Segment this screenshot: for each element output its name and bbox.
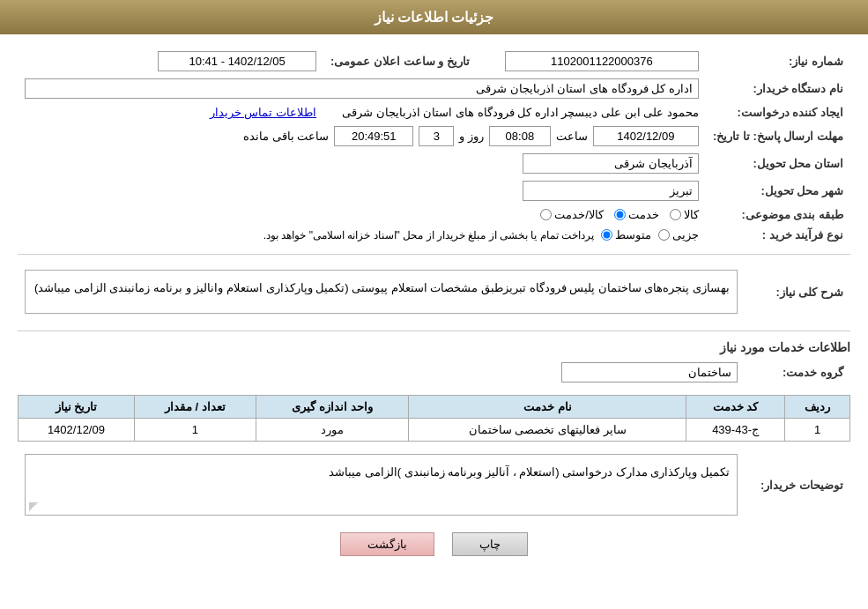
category-kala-khadamat[interactable]: کالا/خدمت bbox=[540, 208, 604, 221]
col-row: ردیف bbox=[785, 396, 850, 419]
need-number-value: 1102001122000376 bbox=[477, 48, 706, 75]
buyer-notes-value: تکمیل وپارکذاری مدارک درخواستی (استعلام … bbox=[18, 450, 745, 519]
cell-qty: 1 bbox=[134, 419, 256, 442]
category-label: طبقه بندی موضوعی: bbox=[706, 204, 850, 225]
col-unit: واحد اندازه گیری bbox=[256, 396, 409, 419]
purchase-motavasset[interactable]: متوسط bbox=[601, 228, 651, 241]
service-group-value: ساختمان bbox=[18, 359, 745, 386]
cell-code: ج-43-439 bbox=[686, 419, 784, 442]
announcement-label: تاریخ و ساعت اعلان عمومی: bbox=[323, 48, 477, 75]
creator-label: ایجاد کننده درخواست: bbox=[706, 102, 850, 123]
buyer-org-value: اداره کل فرودگاه های استان اذربایجان شرق… bbox=[18, 75, 706, 102]
buyer-org-label: نام دستگاه خریدار: bbox=[706, 75, 850, 102]
contact-link[interactable]: اطلاعات تماس خریدار bbox=[18, 102, 323, 123]
cell-row: 1 bbox=[785, 419, 850, 442]
deadline-remaining-label: ساعت باقی مانده bbox=[243, 130, 329, 143]
city-value: تبریز bbox=[18, 177, 706, 204]
purchase-jozi[interactable]: جزیی bbox=[658, 228, 699, 241]
service-group-label: گروه خدمت: bbox=[745, 359, 850, 386]
response-deadline-label: مهلت ارسال پاسخ: تا تاریخ: bbox=[706, 123, 850, 150]
cell-unit: مورد bbox=[256, 419, 409, 442]
print-button[interactable]: چاپ bbox=[452, 532, 528, 556]
deadline-time: 08:08 bbox=[489, 126, 551, 146]
purchase-type-label: نوع فرآیند خرید : bbox=[706, 225, 850, 245]
deadline-time-label: ساعت bbox=[556, 130, 588, 143]
category-kala[interactable]: کالا bbox=[670, 208, 699, 221]
need-number-label: شماره نیاز: bbox=[706, 48, 850, 75]
deadline-date: 1402/12/09 bbox=[593, 126, 699, 146]
back-button[interactable]: بازگشت bbox=[340, 532, 434, 556]
category-khadamat[interactable]: خدمت bbox=[614, 208, 659, 221]
page-header: جزئیات اطلاعات نیاز bbox=[0, 0, 868, 34]
cell-date: 1402/12/09 bbox=[19, 419, 135, 442]
col-name: نام خدمت bbox=[409, 396, 686, 419]
table-row: 1 ج-43-439 سایر فعالیتهای تخصصی ساختمان … bbox=[19, 419, 850, 442]
description-section-label: شرح کلی نیاز: bbox=[745, 262, 850, 322]
cell-name: سایر فعالیتهای تخصصی ساختمان bbox=[409, 419, 686, 442]
purchase-text: پرداخت تمام یا بخشی از مبلغ خریدار از مح… bbox=[263, 229, 594, 241]
response-deadline-row: 1402/12/09 ساعت 08:08 روز و 3 20:49:51 س… bbox=[18, 123, 706, 150]
announcement-value: 1402/12/05 - 10:41 bbox=[18, 48, 323, 75]
deadline-remaining: 20:49:51 bbox=[334, 126, 413, 146]
buyer-notes-label: توضیحات خریدار: bbox=[745, 450, 850, 519]
province-value: آذربایجان شرقی bbox=[18, 150, 706, 177]
services-table: ردیف کد خدمت نام خدمت واحد اندازه گیری ت… bbox=[18, 395, 850, 442]
province-label: استان محل تحویل: bbox=[706, 150, 850, 177]
creator-value: محمود علی ابن علی دیبسچر اداره کل فرودگا… bbox=[323, 102, 706, 123]
page-title: جزئیات اطلاعات نیاز bbox=[375, 10, 494, 25]
purchase-type-row: جزیی متوسط پرداخت تمام یا بخشی از مبلغ خ… bbox=[18, 225, 706, 245]
col-code: کد خدمت bbox=[686, 396, 784, 419]
col-date: تاریخ نیاز bbox=[19, 396, 135, 419]
deadline-days: 3 bbox=[419, 126, 454, 146]
action-buttons: چاپ بازگشت bbox=[18, 532, 850, 556]
city-label: شهر محل تحویل: bbox=[706, 177, 850, 204]
category-options: کالا خدمت کالا/خدمت bbox=[18, 204, 706, 225]
services-section-label: اطلاعات خدمات مورد نیاز bbox=[18, 340, 850, 354]
description-value: بهسازی پنجره‌های ساختمان پلیس فرودگاه تب… bbox=[18, 262, 745, 322]
deadline-days-label: روز و bbox=[459, 130, 484, 143]
col-qty: تعداد / مقدار bbox=[134, 396, 256, 419]
